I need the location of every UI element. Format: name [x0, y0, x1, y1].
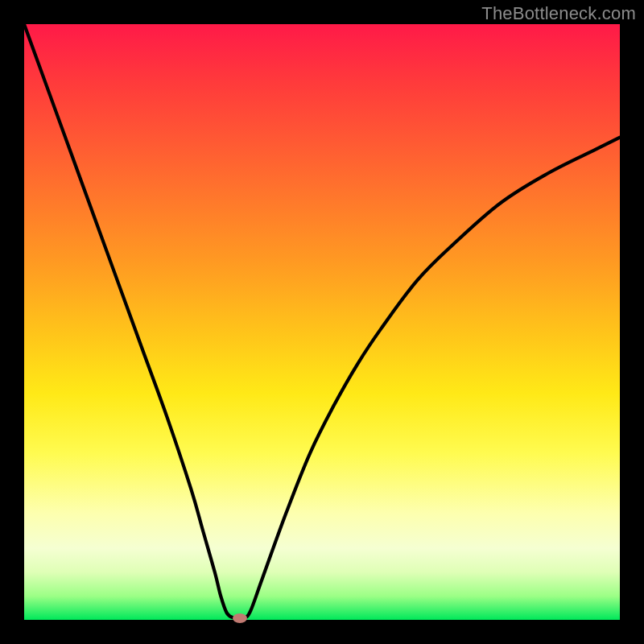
bottleneck-curve: [24, 24, 620, 619]
chart-frame: TheBottleneck.com: [0, 0, 644, 644]
curve-svg: [24, 24, 620, 620]
minimum-marker: [233, 613, 247, 623]
watermark-text: TheBottleneck.com: [481, 3, 636, 24]
plot-area: [24, 24, 620, 620]
